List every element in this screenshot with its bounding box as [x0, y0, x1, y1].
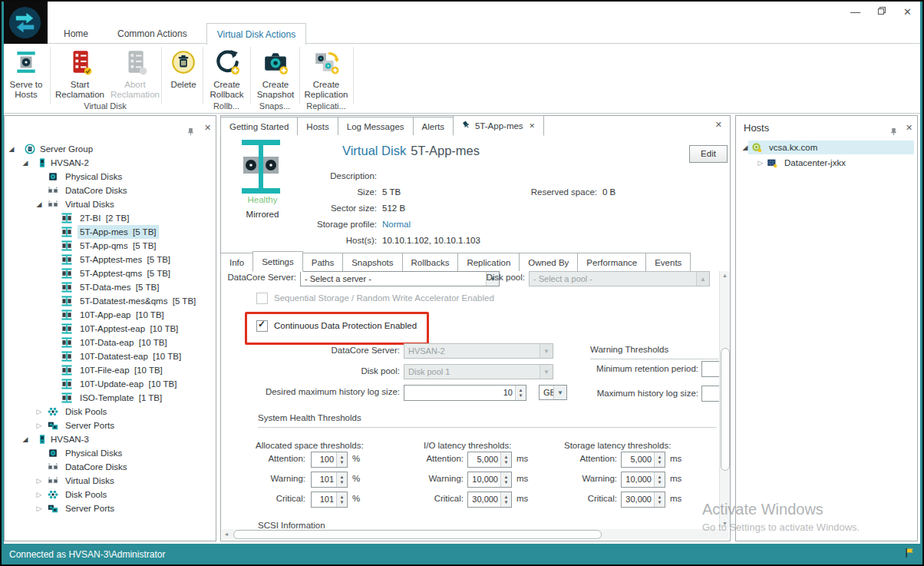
spinner-icon[interactable]: ▲▼	[654, 492, 665, 507]
tree-item-physical-disks[interactable]: Physical Disks	[5, 170, 216, 184]
tab-hosts[interactable]: Hosts	[297, 117, 338, 135]
ribbon-button-create-rollback[interactable]: Create Rollback	[204, 46, 249, 109]
expand-arrow-icon[interactable]: ▷	[35, 405, 44, 419]
close-tab-icon[interactable]: ✕	[528, 122, 536, 130]
cdp-checkbox[interactable]: Continuous Data Protection Enabled	[256, 318, 417, 333]
io-latency-warning-input[interactable]: 10,000▲▼	[467, 472, 512, 488]
expand-arrow-icon[interactable]: ▷	[756, 156, 765, 170]
app-logo[interactable]	[2, 2, 48, 44]
close-panel-icon[interactable]: ✕	[204, 123, 211, 133]
spinner-icon[interactable]: ▲▼	[336, 452, 347, 467]
ribbon-button-create-snapshot[interactable]: Create Snapshot	[252, 46, 299, 109]
collapse-arrow-icon[interactable]: ◢	[21, 156, 30, 170]
pin-icon[interactable]	[889, 125, 898, 139]
tab-settings[interactable]: Settings	[252, 251, 303, 272]
history-unit-select[interactable]: GB▼	[539, 385, 567, 400]
ribbon-button-delete[interactable]: Delete	[163, 46, 204, 109]
tree-item-10t-update-eap[interactable]: 10T-Update-eap [10 TB]	[5, 377, 216, 391]
expand-arrow-icon[interactable]: ▷	[35, 501, 44, 515]
expand-arrow-icon[interactable]: ▷	[35, 474, 44, 488]
tab-getting-started[interactable]: Getting Started	[220, 117, 298, 135]
spinner-icon[interactable]: ▲▼	[515, 386, 526, 400]
collapse-arrow-icon[interactable]: ◢	[21, 432, 30, 446]
spinner-icon[interactable]: ▲▼	[500, 452, 511, 467]
tree-item-server-ports[interactable]: ▷Server Ports	[5, 501, 216, 515]
allocated-space-warning-input[interactable]: 101▲▼	[311, 472, 348, 488]
tab-replication[interactable]: Replication	[457, 253, 520, 271]
checkbox-checked[interactable]	[256, 320, 268, 332]
ribbon-button-create-replication[interactable]: Create Replication	[300, 46, 352, 109]
tree-item-virtual-disks[interactable]: ▷Virtual Disks	[5, 474, 216, 488]
tree-item-5t-data-mes[interactable]: 5T-Data-mes [5 TB]	[5, 280, 216, 294]
tab-info[interactable]: Info	[220, 253, 253, 271]
tab-5t-app-mes[interactable]: 5T-App-mes✕	[453, 115, 544, 136]
tree-item-10t-app-eap[interactable]: 10T-App-eap [10 TB]	[5, 308, 216, 322]
io-latency-attention-input[interactable]: 5,000▲▼	[467, 452, 512, 468]
tree-item-server-ports[interactable]: ▷Server Ports	[5, 419, 216, 432]
close-icon[interactable]: ✕	[903, 6, 912, 18]
scroll-left-icon[interactable]: ◄	[222, 529, 231, 539]
allocated-space-critical-input[interactable]: 101▲▼	[311, 492, 348, 508]
scroll-up-icon[interactable]: ▲	[720, 271, 730, 280]
storage-latency-warning-input[interactable]: 10,000▲▼	[621, 472, 665, 488]
scrollbar-thumb[interactable]	[721, 348, 730, 471]
max-history-input[interactable]	[701, 386, 720, 402]
ribbon-button-serve-to-hosts[interactable]: Serve to Hosts	[3, 46, 49, 109]
ribbon-tab-virtual-disk-actions[interactable]: Virtual Disk Actions	[206, 23, 307, 45]
storage-latency-attention-input[interactable]: 5,000▲▼	[621, 452, 665, 468]
ribbon-button-start-reclamation[interactable]: Start Reclamation	[52, 46, 107, 109]
tree-item-5t-datatest-mes-qms[interactable]: 5T-Datatest-mes&qms [5 TB]	[5, 294, 216, 308]
pin-icon[interactable]	[186, 125, 195, 139]
spinner-icon[interactable]: ▲▼	[654, 452, 665, 467]
tab-log-messages[interactable]: Log Messages	[338, 117, 414, 135]
tree-item-datacore-disks[interactable]: DataCore Disks	[5, 184, 216, 197]
tab-rollbacks[interactable]: Rollbacks	[402, 253, 459, 271]
history-log-size-input[interactable]: 10 ▲▼	[404, 385, 526, 401]
tree-item-vcsa-kx-com[interactable]: ◢vcsa.kx.com	[736, 141, 917, 154]
tree-item-5t-app-mes[interactable]: 5T-App-mes [5 TB]	[5, 225, 216, 239]
collapse-arrow-icon[interactable]: ◢	[7, 142, 16, 156]
tree-item-10t-data-eap[interactable]: 10T-Data-eap [10 TB]	[5, 336, 216, 349]
spinner-icon[interactable]: ▲▼	[336, 492, 347, 507]
tree-item-iso-template[interactable]: ISO-Template [1 TB]	[5, 391, 216, 405]
tree-item-disk-pools[interactable]: ▷Disk Pools	[5, 488, 216, 501]
tree-item-physical-disks[interactable]: Physical Disks	[5, 446, 216, 460]
tree-item-5t-app-qms[interactable]: 5T-App-qms [5 TB]	[5, 239, 216, 253]
allocated-space-attention-input[interactable]: 100▲▼	[311, 452, 348, 468]
tree-item-server-group[interactable]: ◢Server Group	[5, 142, 216, 156]
tree-item-2t-bi[interactable]: 2T-BI [2 TB]	[5, 211, 216, 225]
expand-arrow-icon[interactable]: ▷	[35, 488, 44, 501]
ribbon-tab-home[interactable]: Home	[54, 23, 98, 44]
tree-item-hvsan-2[interactable]: ◢HVSAN-2	[5, 156, 216, 170]
tree-item-virtual-disks[interactable]: ◢Virtual Disks	[5, 197, 216, 211]
tree-item-datacenter-jxkx[interactable]: ▷Datacenter-jxkx	[736, 156, 917, 170]
storage-latency-critical-input[interactable]: 30,000▲▼	[621, 492, 665, 508]
spinner-icon[interactable]: ▲▼	[336, 472, 347, 487]
horizontal-scrollbar[interactable]: ◄	[222, 529, 728, 539]
io-latency-critical-input[interactable]: 30,000▲▼	[467, 492, 512, 508]
tree-item-10t-apptest-eap[interactable]: 10T-Apptest-eap [10 TB]	[5, 322, 216, 336]
close-panel-icon[interactable]: ✕	[906, 123, 912, 133]
edit-button[interactable]: Edit	[689, 145, 728, 163]
tab-owned-by[interactable]: Owned By	[519, 253, 578, 271]
tree-item-5t-apptest-qms[interactable]: 5T-Apptest-qms [5 TB]	[5, 266, 216, 280]
collapse-arrow-icon[interactable]: ◢	[741, 141, 750, 154]
tree-item-10t-file-eap[interactable]: 10T-File-eap [10 TB]	[5, 363, 216, 377]
tree-item-hvsan-3[interactable]: ◢HVSAN-3	[5, 432, 216, 446]
tree-item-10t-datatest-eap[interactable]: 10T-Datatest-eap [10 TB]	[5, 349, 216, 363]
spinner-icon[interactable]: ▲▼	[500, 492, 511, 507]
ribbon-tab-common-actions[interactable]: Common Actions	[107, 23, 197, 44]
tree-item-datacore-disks[interactable]: DataCore Disks	[5, 460, 216, 474]
close-document-icon[interactable]: ✕	[715, 120, 722, 130]
tab-paths[interactable]: Paths	[302, 253, 343, 271]
restore-icon[interactable]	[877, 6, 886, 18]
spinner-icon[interactable]: ▲▼	[654, 472, 665, 487]
vertical-scrollbar[interactable]: ▲ ▼	[719, 271, 730, 528]
tree-item-disk-pools[interactable]: ▷Disk Pools	[5, 405, 216, 419]
tab-events[interactable]: Events	[645, 253, 691, 271]
tab-snapshots[interactable]: Snapshots	[342, 253, 402, 271]
min-retention-input[interactable]	[701, 361, 720, 377]
expand-arrow-icon[interactable]: ▷	[35, 419, 44, 432]
scrollbar-thumb[interactable]	[233, 530, 602, 539]
tab-performance[interactable]: Performance	[577, 253, 646, 271]
